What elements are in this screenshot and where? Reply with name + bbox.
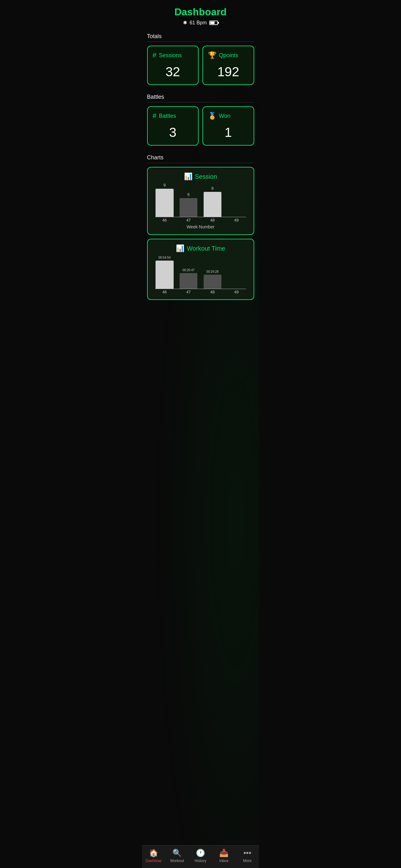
battery-icon — [209, 21, 218, 25]
qpoints-card[interactable]: 🏆 Qpoints 192 — [202, 45, 254, 85]
medal-icon: 🏅 — [208, 112, 216, 120]
battles-label: Battles — [147, 94, 254, 100]
workout-time-title-row: 📊 Workout Time — [153, 244, 248, 252]
session-bar-47: 6 — [176, 192, 201, 217]
session-week-labels: 46 47 48 49 — [153, 218, 248, 222]
workout-bar-47: 00:26:47 — [176, 269, 201, 289]
workout-bars-row: 00:54:54 00:26:47 00:24:28 — [153, 257, 248, 289]
battles-card-label: Battles — [159, 113, 176, 119]
session-bar-46: 9 — [153, 183, 177, 217]
workout-time-chart-card: 📊 Workout Time 00:54:54 00:26:47 — [147, 239, 254, 300]
workout-bar-48: 00:24:28 — [201, 270, 225, 289]
charts-area: 📊 Session 9 6 — [142, 163, 259, 307]
session-chart-card: 📊 Session 9 6 — [147, 167, 254, 235]
session-bar-48: 8 — [201, 186, 225, 217]
totals-section-header: Totals — [142, 28, 259, 41]
header: Dashboard ✱ 61 Bpm — [142, 0, 259, 28]
qpoints-card-label-row: 🏆 Qpoints — [208, 51, 248, 59]
hash-icon: # — [153, 51, 157, 59]
session-chart-title: Session — [195, 173, 217, 180]
workout-week-labels: 46 47 48 49 — [153, 290, 248, 294]
totals-label: Totals — [147, 33, 254, 40]
battles-card[interactable]: # Battles 3 — [147, 106, 199, 146]
battles-cards-row: # Battles 3 🏅 Won 1 — [142, 102, 259, 149]
won-card-label-row: 🏅 Won — [208, 112, 248, 120]
session-chart-title-row: 📊 Session — [153, 173, 248, 181]
totals-cards-row: # Sessions 32 🏆 Qpoints 192 — [142, 42, 259, 89]
won-label: Won — [219, 113, 231, 119]
header-subtitle: ✱ 61 Bpm — [147, 20, 254, 26]
session-bars-row: 9 6 8 — [153, 186, 248, 217]
battles-hash-icon: # — [153, 112, 157, 120]
sessions-label: Sessions — [159, 52, 182, 59]
sessions-card-label-row: # Sessions — [153, 51, 193, 59]
workout-bar-46: 00:54:54 — [153, 256, 177, 289]
page-title: Dashboard — [147, 6, 254, 18]
battles-section-header: Battles — [142, 89, 259, 102]
won-value: 1 — [208, 125, 248, 140]
workout-time-chart-icon: 📊 — [176, 244, 184, 252]
session-chart-icon: 📊 — [184, 173, 192, 181]
session-x-label: Week Number — [153, 224, 248, 229]
workout-chart-bars: 00:54:54 00:26:47 00:24:28 — [153, 257, 248, 294]
battles-card-label-row: # Battles — [153, 112, 193, 120]
workout-time-title: Workout Time — [187, 245, 225, 252]
trophy-icon: 🏆 — [208, 51, 216, 59]
sessions-value: 32 — [153, 64, 193, 80]
qpoints-value: 192 — [208, 64, 248, 80]
bpm-value: 61 Bpm — [190, 20, 207, 26]
bluetooth-icon: ✱ — [183, 20, 187, 26]
charts-label: Charts — [147, 154, 254, 161]
won-card[interactable]: 🏅 Won 1 — [202, 106, 254, 146]
sessions-card[interactable]: # Sessions 32 — [147, 45, 199, 85]
charts-section-header: Charts — [142, 149, 259, 163]
session-chart-bars: 9 6 8 — [153, 186, 248, 229]
qpoints-label: Qpoints — [219, 52, 238, 59]
workout-x-axis — [155, 289, 246, 289]
battles-value: 3 — [153, 125, 193, 140]
